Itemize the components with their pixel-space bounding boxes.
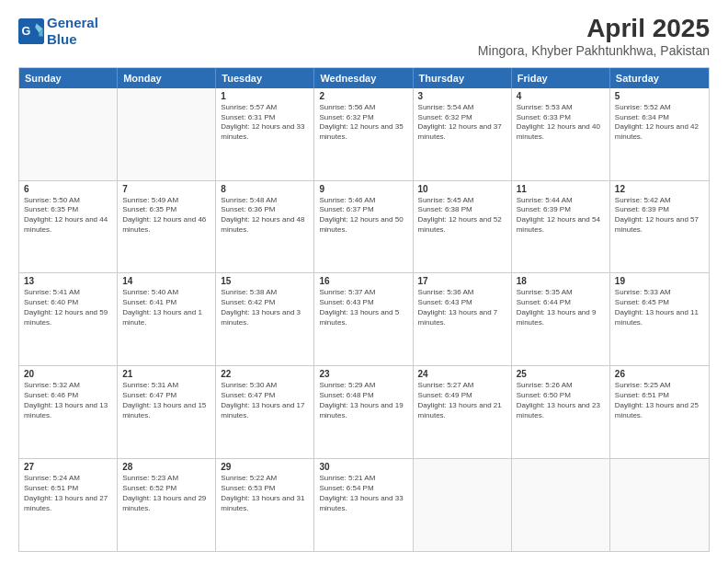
cell-info: Sunrise: 5:38 AMSunset: 6:42 PMDaylight:…: [221, 288, 309, 327]
calendar-cell: [414, 459, 512, 551]
cell-info: Sunrise: 5:25 AMSunset: 6:51 PMDaylight:…: [615, 381, 704, 420]
svg-text:G: G: [22, 25, 31, 38]
calendar-header-cell: Wednesday: [314, 68, 413, 88]
day-number: 24: [418, 369, 506, 379]
day-number: 20: [24, 369, 112, 379]
day-number: 28: [122, 462, 210, 472]
calendar-header-cell: Monday: [118, 68, 216, 88]
calendar-cell: 27Sunrise: 5:24 AMSunset: 6:51 PMDayligh…: [19, 459, 118, 551]
calendar-row: 13Sunrise: 5:41 AMSunset: 6:40 PMDayligh…: [19, 273, 709, 366]
calendar-cell: 22Sunrise: 5:30 AMSunset: 6:47 PMDayligh…: [216, 366, 314, 458]
cell-info: Sunrise: 5:41 AMSunset: 6:40 PMDaylight:…: [24, 288, 112, 327]
calendar-cell: 8Sunrise: 5:48 AMSunset: 6:36 PMDaylight…: [216, 181, 314, 273]
cell-info: Sunrise: 5:50 AMSunset: 6:35 PMDaylight:…: [24, 196, 112, 236]
day-number: 15: [221, 276, 309, 286]
cell-info: Sunrise: 5:21 AMSunset: 6:54 PMDaylight:…: [319, 474, 407, 513]
calendar-cell: 5Sunrise: 5:52 AMSunset: 6:34 PMDaylight…: [610, 88, 709, 180]
calendar-cell: 19Sunrise: 5:33 AMSunset: 6:45 PMDayligh…: [610, 273, 709, 365]
calendar-cell: [512, 459, 610, 551]
cell-info: Sunrise: 5:22 AMSunset: 6:53 PMDaylight:…: [221, 474, 309, 513]
calendar-header-cell: Friday: [512, 68, 610, 88]
day-number: 30: [319, 462, 407, 472]
calendar-cell: 2Sunrise: 5:56 AMSunset: 6:32 PMDaylight…: [314, 88, 413, 180]
day-number: 2: [319, 91, 407, 101]
calendar-body: 1Sunrise: 5:57 AMSunset: 6:31 PMDaylight…: [19, 88, 709, 551]
logo-general: General: [47, 15, 98, 30]
calendar-row: 1Sunrise: 5:57 AMSunset: 6:31 PMDaylight…: [19, 88, 709, 181]
cell-info: Sunrise: 5:40 AMSunset: 6:41 PMDaylight:…: [122, 288, 210, 327]
calendar-cell: 10Sunrise: 5:45 AMSunset: 6:38 PMDayligh…: [414, 181, 512, 273]
day-number: 22: [221, 369, 309, 379]
calendar-cell: 28Sunrise: 5:23 AMSunset: 6:52 PMDayligh…: [118, 459, 216, 551]
calendar-cell: 14Sunrise: 5:40 AMSunset: 6:41 PMDayligh…: [118, 273, 216, 365]
calendar-header-cell: Thursday: [414, 68, 512, 88]
calendar-cell: 3Sunrise: 5:54 AMSunset: 6:32 PMDaylight…: [414, 88, 512, 180]
title-block: April 2025 Mingora, Khyber Pakhtunkhwa, …: [478, 15, 710, 58]
cell-info: Sunrise: 5:26 AMSunset: 6:50 PMDaylight:…: [517, 381, 605, 420]
calendar-cell: 21Sunrise: 5:31 AMSunset: 6:47 PMDayligh…: [118, 366, 216, 458]
day-number: 5: [615, 91, 704, 101]
day-number: 26: [615, 369, 704, 379]
day-number: 8: [221, 184, 309, 194]
cell-info: Sunrise: 5:56 AMSunset: 6:32 PMDaylight:…: [319, 103, 407, 143]
logo-blue: Blue: [47, 31, 77, 47]
calendar-row: 6Sunrise: 5:50 AMSunset: 6:35 PMDaylight…: [19, 181, 709, 274]
calendar-cell: 4Sunrise: 5:53 AMSunset: 6:33 PMDaylight…: [512, 88, 610, 180]
logo: G General Blue: [18, 15, 98, 48]
day-number: 4: [517, 91, 605, 101]
cell-info: Sunrise: 5:48 AMSunset: 6:36 PMDaylight:…: [221, 196, 309, 236]
cell-info: Sunrise: 5:23 AMSunset: 6:52 PMDaylight:…: [122, 474, 210, 513]
calendar-cell: [19, 88, 118, 180]
calendar-cell: 17Sunrise: 5:36 AMSunset: 6:43 PMDayligh…: [414, 273, 512, 365]
day-number: 19: [615, 276, 704, 286]
day-number: 14: [122, 276, 210, 286]
calendar-cell: 30Sunrise: 5:21 AMSunset: 6:54 PMDayligh…: [314, 459, 413, 551]
cell-info: Sunrise: 5:33 AMSunset: 6:45 PMDaylight:…: [615, 288, 704, 327]
cell-info: Sunrise: 5:53 AMSunset: 6:33 PMDaylight:…: [517, 103, 605, 143]
day-number: 7: [122, 184, 210, 194]
cell-info: Sunrise: 5:54 AMSunset: 6:32 PMDaylight:…: [418, 103, 506, 143]
calendar-row: 27Sunrise: 5:24 AMSunset: 6:51 PMDayligh…: [19, 459, 709, 551]
calendar-cell: 15Sunrise: 5:38 AMSunset: 6:42 PMDayligh…: [216, 273, 314, 365]
calendar-cell: 13Sunrise: 5:41 AMSunset: 6:40 PMDayligh…: [19, 273, 118, 365]
calendar-cell: 24Sunrise: 5:27 AMSunset: 6:49 PMDayligh…: [414, 366, 512, 458]
cell-info: Sunrise: 5:37 AMSunset: 6:43 PMDaylight:…: [319, 288, 407, 327]
day-number: 13: [24, 276, 112, 286]
cell-info: Sunrise: 5:31 AMSunset: 6:47 PMDaylight:…: [122, 381, 210, 420]
calendar-cell: 23Sunrise: 5:29 AMSunset: 6:48 PMDayligh…: [314, 366, 413, 458]
calendar-cell: 9Sunrise: 5:46 AMSunset: 6:37 PMDaylight…: [314, 181, 413, 273]
day-number: 12: [615, 184, 704, 194]
calendar-cell: 12Sunrise: 5:42 AMSunset: 6:39 PMDayligh…: [610, 181, 709, 273]
cell-info: Sunrise: 5:46 AMSunset: 6:37 PMDaylight:…: [319, 196, 407, 236]
logo-text: General Blue: [47, 15, 98, 48]
calendar-cell: 6Sunrise: 5:50 AMSunset: 6:35 PMDaylight…: [19, 181, 118, 273]
calendar-header-cell: Sunday: [19, 68, 118, 88]
calendar-cell: 1Sunrise: 5:57 AMSunset: 6:31 PMDaylight…: [216, 88, 314, 180]
header: G General Blue April 2025 Mingora, Khybe…: [18, 15, 710, 58]
calendar-cell: 11Sunrise: 5:44 AMSunset: 6:39 PMDayligh…: [512, 181, 610, 273]
calendar-row: 20Sunrise: 5:32 AMSunset: 6:46 PMDayligh…: [19, 366, 709, 459]
cell-info: Sunrise: 5:52 AMSunset: 6:34 PMDaylight:…: [615, 103, 704, 143]
calendar-cell: 18Sunrise: 5:35 AMSunset: 6:44 PMDayligh…: [512, 273, 610, 365]
page: G General Blue April 2025 Mingora, Khybe…: [0, 0, 728, 563]
day-number: 29: [221, 462, 309, 472]
cell-info: Sunrise: 5:35 AMSunset: 6:44 PMDaylight:…: [517, 288, 605, 327]
cell-info: Sunrise: 5:45 AMSunset: 6:38 PMDaylight:…: [418, 196, 506, 236]
day-number: 6: [24, 184, 112, 194]
calendar-cell: 20Sunrise: 5:32 AMSunset: 6:46 PMDayligh…: [19, 366, 118, 458]
cell-info: Sunrise: 5:36 AMSunset: 6:43 PMDaylight:…: [418, 288, 506, 327]
day-number: 1: [221, 91, 309, 101]
cell-info: Sunrise: 5:30 AMSunset: 6:47 PMDaylight:…: [221, 381, 309, 420]
day-number: 11: [517, 184, 605, 194]
calendar-cell: 7Sunrise: 5:49 AMSunset: 6:35 PMDaylight…: [118, 181, 216, 273]
calendar-cell: [118, 88, 216, 180]
cell-info: Sunrise: 5:57 AMSunset: 6:31 PMDaylight:…: [221, 103, 309, 143]
day-number: 9: [319, 184, 407, 194]
page-title: April 2025: [478, 15, 710, 43]
day-number: 25: [517, 369, 605, 379]
calendar: SundayMondayTuesdayWednesdayThursdayFrid…: [18, 67, 710, 552]
calendar-header-cell: Saturday: [610, 68, 709, 88]
day-number: 23: [319, 369, 407, 379]
day-number: 17: [418, 276, 506, 286]
day-number: 27: [24, 462, 112, 472]
